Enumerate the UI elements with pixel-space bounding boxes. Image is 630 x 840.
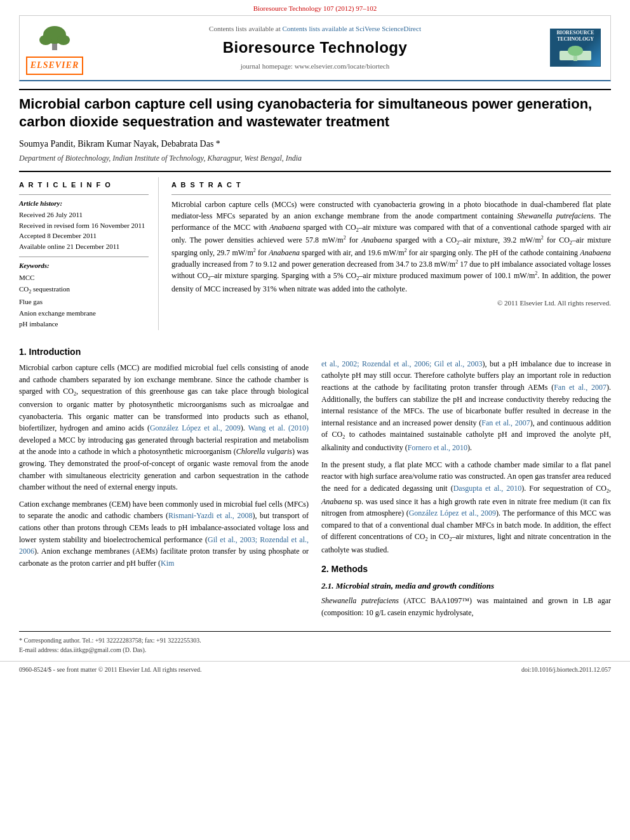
methods-para1: Shewanella putrefaciens (ATCC BAA1097™) … (321, 595, 611, 618)
section1-heading: 1. Introduction (19, 345, 309, 358)
article-history: Article history: Received 26 July 2011 R… (19, 199, 149, 252)
abstract-divider (171, 194, 611, 195)
sciverse-link[interactable]: Contents lists available at SciVerse Sci… (283, 25, 421, 32)
svg-rect-6 (573, 56, 577, 61)
keyword-4: Anion exchange membrane (19, 308, 149, 319)
journal-badge: BIORESOURCE TECHNOLOGY (550, 29, 601, 67)
available-date: Available online 21 December 2011 (19, 241, 149, 252)
section2-subheading: 2.1. Microbial strain, media and growth … (321, 580, 611, 592)
journal-ref-text: Bioresource Technology 107 (2012) 97–102 (253, 4, 377, 12)
received-revised-date: Received in revised form 16 November 201… (19, 220, 149, 231)
title-divider-bottom (19, 171, 611, 172)
svg-point-5 (568, 46, 583, 56)
received-date: Received 26 July 2011 (19, 210, 149, 220)
bottom-copyright: 0960-8524/$ - see front matter © 2011 El… (19, 665, 201, 674)
bioresource-badge: BIORESOURCE TECHNOLOGY (547, 29, 604, 67)
elsevier-tree-icon (29, 21, 80, 51)
sciverse-line: Contents lists available at Contents lis… (90, 24, 540, 34)
intro-para4: In the present study, a flat plate MCC w… (321, 459, 611, 556)
article-affiliation: Department of Biotechnology, Indian Inst… (19, 153, 611, 164)
svg-point-3 (57, 35, 70, 45)
title-divider-top (19, 89, 611, 90)
article-info-label: A R T I C L E I N F O (19, 180, 149, 190)
history-label: Article history: (19, 199, 149, 209)
keywords-label: Keywords: (19, 261, 149, 271)
body-two-columns: 1. Introduction Microbial carbon capture… (19, 339, 611, 623)
keyword-5: pH imbalance (19, 319, 149, 330)
elsevier-brand: ELSEVIER (26, 57, 83, 74)
intro-para1: Microbial carbon capture cells (MCC) are… (19, 362, 309, 493)
keyword-1: MCC (19, 272, 149, 284)
abstract-column: A B S T R A C T Microbial carbon capture… (171, 177, 611, 330)
abstract-label: A B S T R A C T (171, 180, 611, 190)
accepted-date: Accepted 8 December 2011 (19, 230, 149, 241)
article-content: Microbial carbon capture cell using cyan… (19, 89, 611, 330)
footnote-star: * Corresponding author. Tel.: +91 322222… (19, 636, 611, 645)
article-info-column: A R T I C L E I N F O Article history: R… (19, 177, 159, 330)
body-left-column: 1. Introduction Microbial carbon capture… (19, 339, 309, 623)
body-section: 1. Introduction Microbial carbon capture… (19, 339, 611, 623)
article-info-abstract-section: A R T I C L E I N F O Article history: R… (19, 177, 611, 330)
body-right-column: et al., 2002; Rozendal et al., 2006; Gil… (321, 339, 611, 623)
bottom-bar: 0960-8524/$ - see front matter © 2011 El… (0, 661, 630, 677)
journal-title: Bioresource Technology (90, 37, 540, 59)
elsevier-logo-left: ELSEVIER (26, 21, 83, 75)
keyword-3: Flue gas (19, 297, 149, 308)
keywords-section: Keywords: MCC CO2 sequestration Flue gas… (19, 261, 149, 330)
journal-homepage: journal homepage: www.elsevier.com/locat… (90, 62, 540, 72)
copyright-line: © 2011 Elsevier Ltd. All rights reserved… (171, 298, 611, 309)
journal-reference-line: Bioresource Technology 107 (2012) 97–102 (0, 0, 630, 15)
svg-point-2 (39, 35, 52, 45)
intro-para2: Cation exchange membranes (CEM) have bee… (19, 498, 309, 570)
journal-header-center: Contents lists available at Contents lis… (90, 24, 540, 72)
abstract-text: Microbial carbon capture cells (MCCs) we… (171, 199, 611, 295)
keyword-2: CO2 sequestration (19, 284, 149, 297)
keywords-divider (19, 257, 149, 257)
footnote-section: * Corresponding author. Tel.: +91 322222… (19, 631, 611, 655)
footnote-email: E-mail address: ddas.iitkgp@gmail.com (D… (19, 645, 611, 655)
intro-para3: et al., 2002; Rozendal et al., 2006; Gil… (321, 358, 611, 454)
bottom-doi: doi:10.1016/j.biortech.2011.12.057 (521, 665, 611, 674)
badge-icon (556, 44, 594, 63)
section2-heading: 2. Methods (321, 563, 611, 575)
authors-text: Soumya Pandit, Bikram Kumar Nayak, Debab… (19, 139, 220, 149)
article-authors: Soumya Pandit, Bikram Kumar Nayak, Debab… (19, 138, 611, 150)
article-info-divider (19, 194, 149, 195)
journal-header: ELSEVIER Contents lists available at Con… (19, 15, 611, 81)
article-title: Microbial carbon capture cell using cyan… (19, 95, 611, 131)
